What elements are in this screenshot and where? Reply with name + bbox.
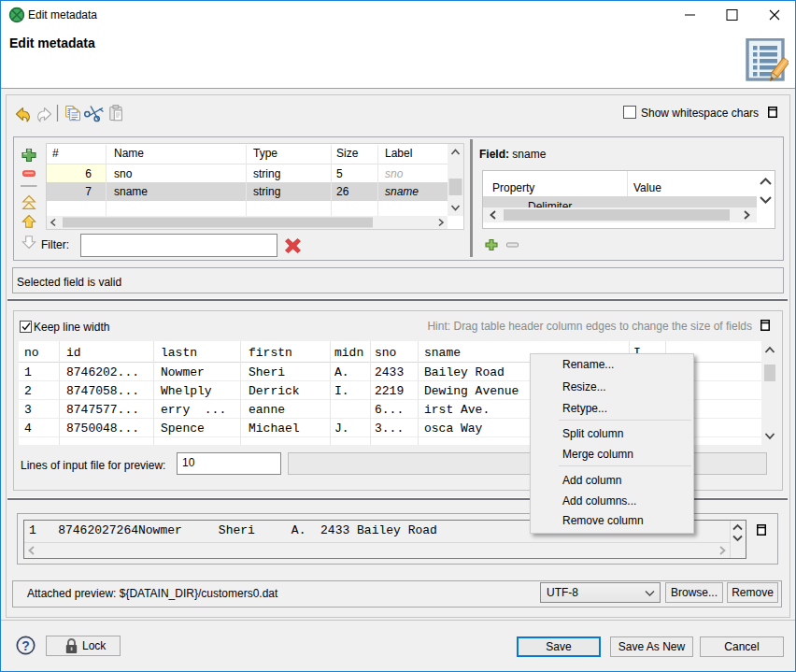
svg-text:?: ? — [21, 638, 30, 653]
